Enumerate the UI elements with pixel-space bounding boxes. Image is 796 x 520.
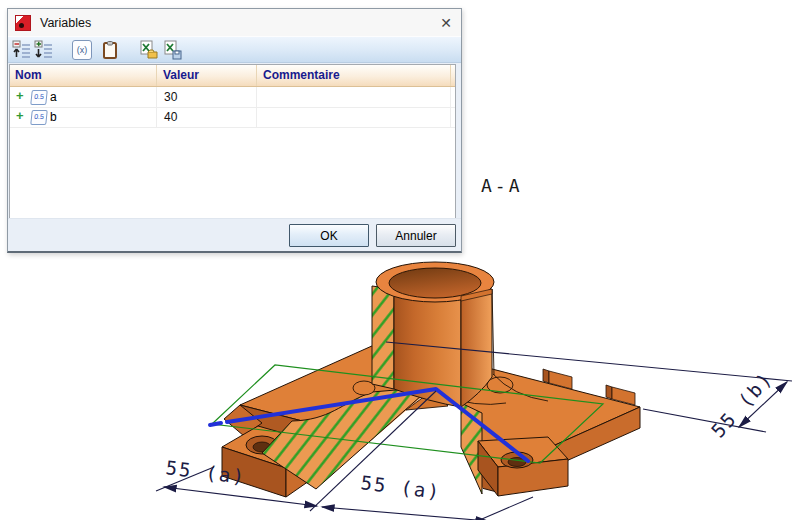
variables-table: Nom Valeur Commentaire + 0.5 a 30 + 0.5 … <box>9 64 456 219</box>
move-down-list-icon[interactable] <box>34 40 54 60</box>
column-header-nom[interactable]: Nom <box>15 68 42 82</box>
dim3-label: 55 (b) <box>707 367 777 442</box>
table-row[interactable]: + 0.5 b 40 <box>10 107 455 128</box>
table-row[interactable]: + 0.5 a 30 <box>10 87 455 108</box>
screen: { "dialog": { "title": "Variables", "clo… <box>0 0 796 520</box>
move-up-list-icon[interactable] <box>12 40 32 60</box>
cell-separator <box>450 87 451 107</box>
excel-export-icon[interactable] <box>163 40 183 60</box>
column-separator <box>256 65 257 86</box>
cell-name[interactable]: a <box>50 90 57 104</box>
cell-separator <box>256 87 257 107</box>
close-icon[interactable]: ✕ <box>431 9 461 36</box>
column-header-commentaire[interactable]: Commentaire <box>263 68 340 82</box>
cell-name[interactable]: b <box>50 110 57 124</box>
insert-variable-icon[interactable]: (x) <box>72 40 92 60</box>
expand-plus-icon[interactable]: + <box>16 90 28 102</box>
cylinder-cut-face-hatched <box>372 286 394 389</box>
app-icon <box>15 15 31 31</box>
section-view-label: A-A <box>481 175 523 196</box>
dialog-button-bar: OK Annuler <box>8 218 461 251</box>
clipboard-icon[interactable] <box>100 40 120 60</box>
column-separator <box>450 65 451 86</box>
real-parameter-icon: 0.5 <box>30 90 48 105</box>
plate-notch2-side <box>606 385 612 399</box>
cylinder-bore-top <box>389 268 481 298</box>
cell-separator <box>156 87 157 107</box>
dialog-toolbar: (x) <box>8 36 461 63</box>
dialog-title: Variables <box>40 16 91 30</box>
cell-value[interactable]: 30 <box>164 90 177 104</box>
cancel-button[interactable]: Annuler <box>376 224 456 247</box>
cell-separator <box>256 107 257 127</box>
cell-separator <box>156 107 157 127</box>
variables-dialog: Variables ✕ (x) <box>7 8 462 253</box>
real-parameter-icon: 0.5 <box>30 110 48 125</box>
cell-separator <box>450 107 451 127</box>
expand-plus-icon[interactable]: + <box>16 110 28 122</box>
column-header-valeur[interactable]: Valeur <box>163 68 199 82</box>
plate-notch-side <box>543 369 549 383</box>
table-header: Nom Valeur Commentaire <box>10 65 455 87</box>
dialog-titlebar[interactable]: Variables ✕ <box>8 9 461 36</box>
section-line-stub <box>210 423 221 425</box>
excel-import-icon[interactable] <box>139 40 159 60</box>
column-separator <box>156 65 157 86</box>
ok-button[interactable]: OK <box>289 224 369 247</box>
cell-value[interactable]: 40 <box>164 110 177 124</box>
